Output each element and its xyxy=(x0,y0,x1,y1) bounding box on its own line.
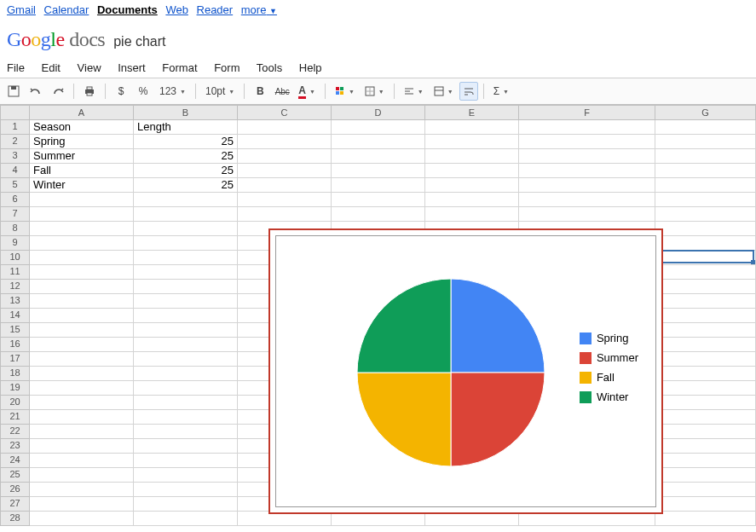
functions-button[interactable]: Σ▼ xyxy=(489,82,513,101)
row-header[interactable]: 24 xyxy=(0,454,30,468)
cell-g10[interactable] xyxy=(655,251,756,265)
cell-d1[interactable] xyxy=(332,120,425,135)
cell-b16[interactable] xyxy=(134,338,238,352)
cell-b5[interactable]: 25 xyxy=(134,178,238,193)
select-all-corner[interactable] xyxy=(0,105,30,120)
cell-f1[interactable] xyxy=(519,120,655,135)
cell-b12[interactable] xyxy=(134,280,238,294)
cell-a12[interactable] xyxy=(30,280,134,294)
cell-a25[interactable] xyxy=(30,468,134,483)
row-header[interactable]: 23 xyxy=(0,439,30,454)
cell-b13[interactable] xyxy=(134,294,238,309)
cell-b8[interactable] xyxy=(134,222,238,236)
row-header[interactable]: 28 xyxy=(0,512,30,526)
cell-a26[interactable] xyxy=(30,483,134,497)
row-header[interactable]: 4 xyxy=(0,164,30,178)
row-header[interactable]: 10 xyxy=(0,251,30,265)
cell-b7[interactable] xyxy=(134,207,238,222)
cell-g8[interactable] xyxy=(655,222,756,236)
row-header[interactable]: 15 xyxy=(0,323,30,338)
cell-g13[interactable] xyxy=(655,294,756,309)
row-header[interactable]: 1 xyxy=(0,120,30,135)
wrap-text-button[interactable] xyxy=(459,82,478,101)
font-size-select[interactable]: 10pt▼ xyxy=(201,82,239,101)
cell-c7[interactable] xyxy=(238,207,332,222)
row-header[interactable]: 6 xyxy=(0,193,30,207)
cell-g24[interactable] xyxy=(655,454,756,468)
cell-a22[interactable] xyxy=(30,425,134,439)
cell-a20[interactable] xyxy=(30,396,134,410)
cell-e7[interactable] xyxy=(425,207,519,222)
cell-d4[interactable] xyxy=(332,164,425,178)
cell-g20[interactable] xyxy=(655,396,756,410)
cell-g14[interactable] xyxy=(655,309,756,323)
cell-b6[interactable] xyxy=(134,193,238,207)
column-header-d[interactable]: D xyxy=(332,105,425,120)
cell-f7[interactable] xyxy=(519,207,655,222)
row-header[interactable]: 12 xyxy=(0,280,30,294)
menu-tools[interactable]: Tools xyxy=(257,61,282,74)
cell-b20[interactable] xyxy=(134,396,238,410)
print-icon[interactable] xyxy=(79,82,100,101)
cell-g2[interactable] xyxy=(655,135,756,149)
cell-a13[interactable] xyxy=(30,294,134,309)
cell-g19[interactable] xyxy=(655,381,756,396)
row-header[interactable]: 21 xyxy=(0,410,30,425)
column-header-a[interactable]: A xyxy=(30,105,134,120)
row-header[interactable]: 11 xyxy=(0,265,30,280)
cell-b17[interactable] xyxy=(134,352,238,367)
cell-g23[interactable] xyxy=(655,439,756,454)
cell-b9[interactable] xyxy=(134,236,238,251)
cell-d3[interactable] xyxy=(332,149,425,164)
cell-a28[interactable] xyxy=(30,512,134,526)
cell-b3[interactable]: 25 xyxy=(134,149,238,164)
cell-a18[interactable] xyxy=(30,367,134,381)
cell-g27[interactable] xyxy=(655,497,756,512)
row-header[interactable]: 16 xyxy=(0,338,30,352)
cell-a16[interactable] xyxy=(30,338,134,352)
nav-calendar[interactable]: Calendar xyxy=(44,3,89,16)
cell-a10[interactable] xyxy=(30,251,134,265)
cell-g18[interactable] xyxy=(655,367,756,381)
cell-g28[interactable] xyxy=(655,512,756,526)
cell-g1[interactable] xyxy=(655,120,756,135)
menu-view[interactable]: View xyxy=(78,61,101,74)
cell-b1[interactable]: Length xyxy=(134,120,238,135)
cell-g21[interactable] xyxy=(655,410,756,425)
cell-e2[interactable] xyxy=(425,135,519,149)
cell-g9[interactable] xyxy=(655,236,756,251)
nav-reader[interactable]: Reader xyxy=(197,3,234,16)
cell-g26[interactable] xyxy=(655,483,756,497)
insert-button[interactable]: ▼ xyxy=(430,82,458,101)
cell-g7[interactable] xyxy=(655,207,756,222)
cell-e4[interactable] xyxy=(425,164,519,178)
cell-b24[interactable] xyxy=(134,454,238,468)
cell-a21[interactable] xyxy=(30,410,134,425)
row-header[interactable]: 14 xyxy=(0,309,30,323)
nav-gmail[interactable]: Gmail xyxy=(7,3,36,16)
cell-b2[interactable]: 25 xyxy=(134,135,238,149)
cell-g11[interactable] xyxy=(655,265,756,280)
cell-f5[interactable] xyxy=(519,178,655,193)
cell-d7[interactable] xyxy=(332,207,425,222)
cell-e6[interactable] xyxy=(425,193,519,207)
cell-b15[interactable] xyxy=(134,323,238,338)
cell-b18[interactable] xyxy=(134,367,238,381)
cell-c3[interactable] xyxy=(238,149,332,164)
cell-a15[interactable] xyxy=(30,323,134,338)
cell-g22[interactable] xyxy=(655,425,756,439)
row-header[interactable]: 8 xyxy=(0,222,30,236)
row-header[interactable]: 2 xyxy=(0,135,30,149)
cell-a27[interactable] xyxy=(30,497,134,512)
cell-b22[interactable] xyxy=(134,425,238,439)
fill-color-button[interactable]: ▼ xyxy=(331,82,359,101)
cell-g4[interactable] xyxy=(655,164,756,178)
cell-a23[interactable] xyxy=(30,439,134,454)
nav-documents[interactable]: Documents xyxy=(97,3,158,16)
menu-format[interactable]: Format xyxy=(162,61,197,74)
row-header[interactable]: 25 xyxy=(0,468,30,483)
cell-b23[interactable] xyxy=(134,439,238,454)
cell-a5[interactable]: Winter xyxy=(30,178,134,193)
column-header-c[interactable]: C xyxy=(238,105,332,120)
cell-b10[interactable] xyxy=(134,251,238,265)
